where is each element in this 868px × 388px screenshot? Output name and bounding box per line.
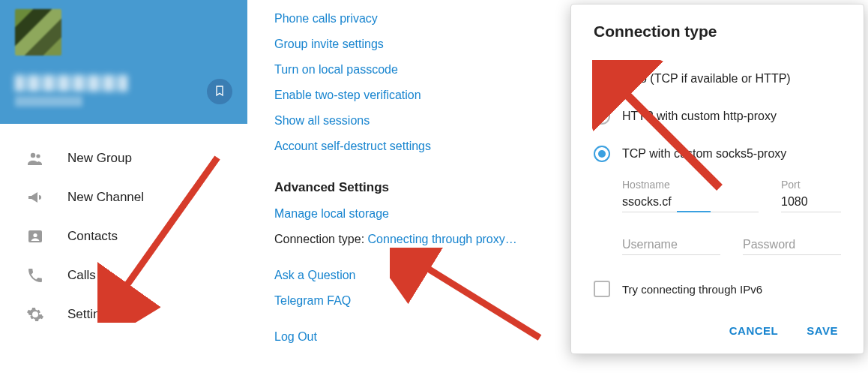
link-two-step[interactable]: Enable two-step verification [274,83,559,108]
saved-messages-button[interactable] [207,79,232,104]
link-ask-question[interactable]: Ask a Question [274,263,559,288]
hostname-input[interactable] [622,192,759,212]
svg-point-1 [36,154,40,158]
link-local-passcode[interactable]: Turn on local passcode [274,57,559,83]
link-faq[interactable]: Telegram FAQ [274,288,559,314]
advanced-settings-heading: Advanced Settings [274,180,559,195]
port-label: Port [781,179,841,191]
radio-icon [594,146,610,162]
sidebar-item-new-channel[interactable]: New Channel [0,178,247,217]
sidebar-item-new-group[interactable]: New Group [0,139,247,178]
port-field: Port [781,179,841,212]
sidebar-item-label: New Group [67,151,132,166]
settings-panel: Phone calls privacy Group invite setting… [274,6,559,350]
people-icon [25,149,45,168]
link-manage-storage[interactable]: Manage local storage [274,201,559,227]
radio-label: TCP with custom socks5-proxy [622,147,786,161]
ipv6-checkbox-row[interactable]: Try connecting through IPv6 [594,281,841,297]
radio-label: Auto (TCP if available or HTTP) [622,72,791,86]
sidebar-item-settings[interactable]: Settings [0,295,247,334]
sidebar-item-label: Calls [67,268,96,283]
person-icon [25,227,45,246]
dialog-title: Connection type [594,23,841,41]
radio-option-socks5[interactable]: TCP with custom socks5-proxy [594,135,841,173]
svg-point-3 [33,233,37,237]
sidebar-item-label: New Channel [67,190,144,205]
gear-icon [25,305,45,324]
sidebar-header [0,0,247,124]
sidebar-item-label: Settings [67,307,113,322]
link-self-destruct[interactable]: Account self-destruct settings [274,134,559,159]
hostname-field: Hostname [622,179,759,212]
username-blurred [15,75,127,92]
radio-icon [594,71,610,87]
link-group-invite-settings[interactable]: Group invite settings [274,32,559,57]
connection-type-dialog: Connection type Auto (TCP if available o… [570,4,864,354]
radio-option-http[interactable]: HTTP with custom http-proxy [594,98,841,135]
username-field [622,235,720,255]
link-show-sessions[interactable]: Show all sessions [274,108,559,134]
sidebar-item-calls[interactable]: Calls [0,256,247,295]
port-input[interactable] [781,192,841,212]
sidebar-menu: New Group New Channel Contacts Calls Set… [0,124,247,334]
connection-type-value[interactable]: Connecting through proxy… [368,233,517,245]
megaphone-icon [25,188,45,207]
sidebar-item-contacts[interactable]: Contacts [0,217,247,256]
ipv6-label: Try connecting through IPv6 [622,283,762,296]
hostname-label: Hostname [622,179,759,191]
save-button[interactable]: SAVE [804,318,841,343]
bookmark-icon [214,85,226,99]
avatar[interactable] [15,9,61,56]
password-input[interactable] [743,235,841,255]
sidebar-item-label: Contacts [67,229,118,244]
link-logout[interactable]: Log Out [274,324,559,350]
password-field [743,235,841,255]
username-input[interactable] [622,235,720,255]
radio-label: HTTP with custom http-proxy [622,110,777,123]
radio-option-auto[interactable]: Auto (TCP if available or HTTP) [594,60,841,98]
link-phone-calls-privacy[interactable]: Phone calls privacy [274,6,559,32]
sidebar: New Group New Channel Contacts Calls Set… [0,0,247,388]
radio-icon [594,108,610,125]
cancel-button[interactable]: CANCEL [726,318,782,343]
connection-type-label: Connection type: [274,233,364,245]
status-blurred [15,96,82,107]
svg-point-0 [31,153,35,158]
connection-type-row: Connection type: Connecting through prox… [274,227,559,252]
phone-icon [25,266,45,285]
checkbox-icon [594,281,610,297]
